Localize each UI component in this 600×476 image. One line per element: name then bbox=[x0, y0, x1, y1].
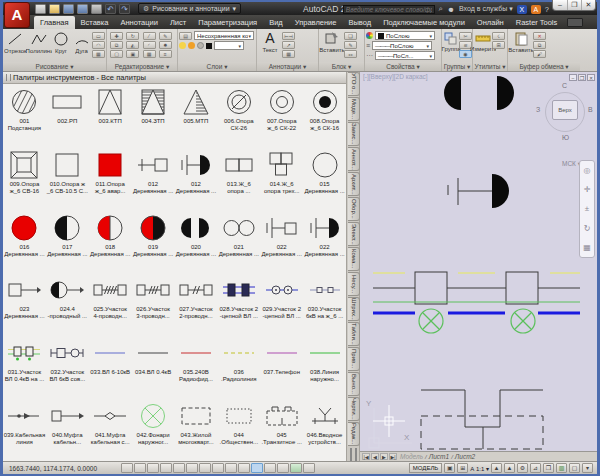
layer-on-icon[interactable] bbox=[179, 42, 186, 49]
color-dropdown[interactable]: ПоСлою▾ bbox=[375, 31, 435, 40]
copy-icon[interactable]: ⧉ bbox=[110, 41, 123, 49]
status-toggle-8[interactable] bbox=[212, 463, 224, 473]
palette-item[interactable]: 040.Муфтакабельн... bbox=[46, 398, 89, 461]
status-toggle-13[interactable] bbox=[277, 463, 289, 473]
palette-item[interactable]: 016Деревянная ... bbox=[3, 210, 46, 273]
status-toggle-14[interactable] bbox=[290, 463, 302, 473]
palette-tab-14[interactable]: Черти... bbox=[348, 397, 360, 421]
workspace-switcher[interactable]: ⚙ Рисование и аннотации ▾ bbox=[138, 3, 241, 14]
status-toggle-1[interactable] bbox=[121, 463, 133, 473]
palette-item[interactable]: 007.Опораж_6 СК-22 bbox=[260, 84, 303, 147]
plot-icon[interactable] bbox=[91, 4, 102, 14]
showmotion-icon[interactable]: ▦ bbox=[583, 243, 591, 252]
next-layout-icon[interactable]: ▶ bbox=[380, 453, 388, 460]
palette-item[interactable]: 033.ВЛ 6-10кВ bbox=[89, 335, 132, 398]
paste-tool[interactable]: Вставить bbox=[509, 30, 533, 53]
palette-item[interactable]: 025.Участок4-проводн... bbox=[89, 272, 132, 335]
palette-tab-8[interactable]: Кома... bbox=[348, 247, 360, 271]
palette-item[interactable]: 045.Транзитное ... bbox=[260, 398, 303, 461]
doc-minimize-button[interactable]: – bbox=[569, 74, 577, 81]
quickview-layouts-icon[interactable]: ▣ bbox=[444, 463, 455, 473]
status-toggle-12[interactable] bbox=[264, 463, 276, 473]
viewcube-west[interactable]: З bbox=[536, 106, 540, 113]
ribbon-tab-8[interactable]: Вывод bbox=[342, 16, 377, 29]
panel-label-edit[interactable]: Редактирование ▾ bbox=[107, 62, 177, 71]
quick-select-icon[interactable]: ☇ bbox=[492, 32, 505, 40]
palette-tab-9[interactable]: Несу... bbox=[348, 272, 360, 296]
panel-label-groups[interactable]: Группы ▾ bbox=[442, 62, 472, 71]
palette-item[interactable]: 021Деревянная ... bbox=[217, 210, 260, 273]
palette-item[interactable]: 013.Ж_6опора ... bbox=[217, 147, 260, 210]
palette-tab-6[interactable]: Обор... bbox=[348, 197, 360, 221]
help-icon[interactable]: ? bbox=[545, 5, 549, 14]
palette-item[interactable]: 004.ЗТП bbox=[132, 84, 175, 147]
layout-tab-2[interactable]: Лист1 bbox=[429, 453, 449, 460]
panel-label-block[interactable]: Блок ▾ bbox=[319, 62, 364, 71]
layer-dropdown[interactable]: ▾ bbox=[214, 41, 244, 50]
viewcube-east[interactable]: В bbox=[588, 106, 593, 113]
ribbon-tab-7[interactable]: Управление bbox=[289, 16, 343, 29]
panel-label-draw[interactable]: Рисование ▾ bbox=[3, 62, 106, 71]
search-icon[interactable]: ⌕ bbox=[439, 4, 443, 14]
palette-item[interactable]: 039.Кабельнаялиния bbox=[3, 398, 46, 461]
signin-button[interactable]: Вход в службы ▾ bbox=[459, 5, 513, 13]
status-toggle-6[interactable] bbox=[186, 463, 198, 473]
quick-calc-icon[interactable]: ⊞ bbox=[492, 41, 505, 49]
open-file-icon[interactable] bbox=[49, 4, 60, 14]
stretch-icon[interactable]: ▢ bbox=[110, 50, 123, 58]
match-props-icon[interactable]: 🖌 bbox=[533, 50, 546, 58]
palette-item[interactable]: 023Деревянная ... bbox=[3, 272, 46, 335]
layer-lock-icon[interactable] bbox=[197, 42, 204, 49]
tool-line[interactable]: Отрезок bbox=[4, 30, 27, 54]
viewcube-north[interactable]: С bbox=[562, 82, 567, 89]
palette-item[interactable]: 044.Обществен... bbox=[217, 398, 260, 461]
palette-item[interactable]: 012Деревянная ... bbox=[132, 147, 175, 210]
doc-restore-button[interactable]: ❐ bbox=[578, 74, 586, 81]
palette-tab-3[interactable]: Завис... bbox=[348, 122, 360, 146]
save-as-icon[interactable] bbox=[77, 4, 88, 14]
doc-close-button[interactable]: ✕ bbox=[587, 74, 595, 81]
cut-icon[interactable]: ✕ bbox=[533, 32, 546, 40]
copy-clip-icon[interactable]: ⧉ bbox=[533, 41, 546, 49]
close-button[interactable]: ✕ bbox=[581, 0, 595, 10]
attributes-icon[interactable]: ⚏ bbox=[344, 50, 357, 58]
palette-item[interactable]: 020Деревянная ... bbox=[175, 210, 218, 273]
layer-config-dropdown[interactable]: Несохраненная конфигурация сло▾ bbox=[194, 31, 254, 40]
panel-label-layers[interactable]: Слои ▾ bbox=[178, 62, 256, 71]
status-toggle-11[interactable] bbox=[251, 463, 263, 473]
ribbon-tab-2[interactable]: Вставка bbox=[75, 16, 115, 29]
palette-item[interactable]: 018Деревянная ... bbox=[89, 210, 132, 273]
zoom-icon[interactable]: ± bbox=[585, 204, 589, 213]
move-icon[interactable]: ✚ bbox=[110, 32, 123, 40]
cleanscreen-icon[interactable]: ▢ bbox=[569, 463, 580, 473]
palette-item[interactable]: 001Подстанция bbox=[3, 84, 46, 147]
drawing-area[interactable]: Y X [-][Вверху][2D каркас] – ❐ ✕ Верх С … bbox=[360, 72, 597, 451]
redo-icon[interactable]: ↷ bbox=[119, 4, 130, 14]
layout-tab-3[interactable]: Лист2 bbox=[455, 453, 475, 460]
palette-item[interactable]: 002.РП bbox=[46, 84, 89, 147]
palette-item[interactable]: 035.240ВРадиофид... bbox=[175, 335, 218, 398]
palette-item[interactable]: 005.МТП bbox=[175, 84, 218, 147]
table-icon[interactable]: ▦ bbox=[282, 50, 295, 58]
status-toggle-9[interactable] bbox=[225, 463, 237, 473]
quickview-drawings-icon[interactable]: ⊞ bbox=[457, 463, 468, 473]
palette-item[interactable]: 014.Ж_6опора трех... bbox=[260, 147, 303, 210]
palette-tab-4[interactable]: Аннот... bbox=[348, 147, 360, 171]
hardware-accel-icon[interactable]: ▥ bbox=[556, 463, 567, 473]
palette-item[interactable]: 012Деревянная ... bbox=[175, 147, 218, 210]
palette-item[interactable]: 006.ОпораСК-26 bbox=[217, 84, 260, 147]
statusbar-menu-icon[interactable]: ▾ bbox=[582, 463, 593, 473]
palette-item[interactable]: 043.Жилоймногокварт... bbox=[175, 398, 218, 461]
panel-label-annotate[interactable]: Аннотации ▾ bbox=[257, 62, 318, 71]
linetype-dropdown[interactable]: ———ПоСл...▾ bbox=[375, 51, 435, 60]
explode-icon[interactable]: ✹ bbox=[159, 41, 172, 49]
status-toggle-3[interactable] bbox=[147, 463, 159, 473]
palette-strip-grip[interactable] bbox=[350, 448, 357, 462]
ribbon-tab-6[interactable]: Вид bbox=[263, 16, 289, 29]
prev-layout-icon[interactable]: ◀ bbox=[371, 453, 379, 460]
rectangle-tool-icon[interactable]: ▭ bbox=[92, 32, 105, 40]
palette-item[interactable]: 042.Фонаринаружног... bbox=[132, 398, 175, 461]
palette-item[interactable]: 011.Опораж_6 авар... bbox=[89, 147, 132, 210]
palette-item[interactable]: 017Деревянная ... bbox=[46, 210, 89, 273]
panel-label-clipboard[interactable]: Буфер обмена ▾ bbox=[508, 62, 580, 71]
